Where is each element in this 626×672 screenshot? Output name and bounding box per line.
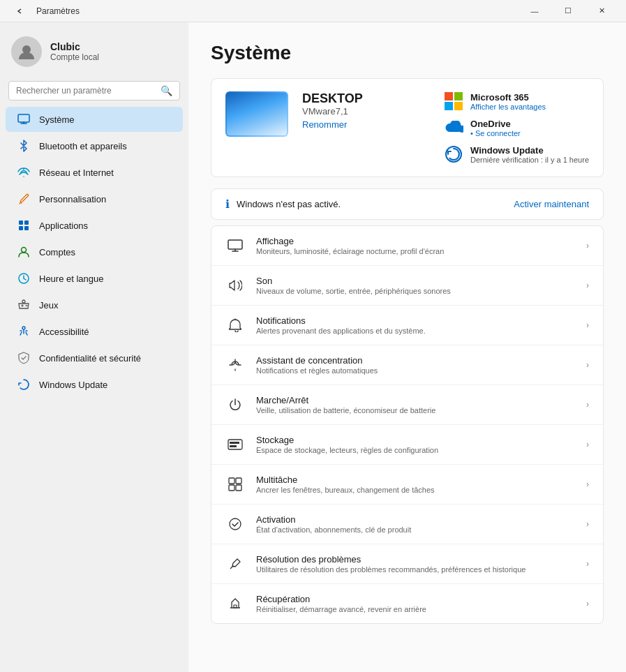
chevron-right-icon: › (586, 281, 589, 290)
settings-list: Affichage Moniteurs, luminosité, éclaira… (211, 225, 604, 624)
chevron-right-icon: › (586, 320, 589, 330)
svg-point-6 (22, 248, 27, 253)
sidebar-label-perso: Personnalisation (39, 194, 106, 204)
svg-rect-22 (236, 485, 241, 491)
settings-item-stockage[interactable]: Stockage Espace de stockage, lecteurs, r… (211, 425, 603, 465)
bluetooth-icon (17, 139, 31, 153)
onedrive-action[interactable]: • Se connecter (470, 129, 521, 137)
search-input[interactable] (16, 86, 155, 96)
notifications-text: Notifications Alertes provenant des appl… (256, 315, 575, 335)
sidebar-item-apps[interactable]: Applications (6, 213, 183, 238)
close-button[interactable]: ✕ (586, 0, 618, 22)
svg-point-23 (230, 518, 241, 530)
ms365-title: Microsoft 365 (470, 92, 546, 103)
chevron-right-icon: › (586, 241, 589, 251)
sidebar-item-jeux[interactable]: Jeux (6, 292, 183, 318)
svg-rect-4 (19, 226, 23, 230)
device-thumbnail (225, 91, 288, 137)
stockage-title: Stockage (256, 435, 575, 445)
settings-item-marche-arret[interactable]: Marche/Arrêt Veille, utilisation de batt… (211, 385, 603, 425)
svg-rect-10 (445, 92, 453, 100)
back-button[interactable] (8, 0, 31, 22)
activation-link[interactable]: Activer maintenant (514, 199, 589, 209)
sidebar-item-systeme[interactable]: Système (6, 107, 183, 132)
sidebar-item-perso[interactable]: Personnalisation (6, 186, 183, 211)
svg-rect-17 (230, 442, 239, 444)
ms365-action[interactable]: Afficher les avantages (470, 103, 546, 111)
sidebar-label-apps: Applications (39, 221, 88, 231)
main-panel: Système DESKTOP VMware7,1 Renommer (188, 22, 626, 672)
sidebar-item-update[interactable]: Windows Update (6, 372, 183, 397)
chevron-right-icon: › (586, 599, 589, 608)
activation-text: Windows n'est pas activé. (237, 199, 507, 209)
settings-item-multitache[interactable]: Multitâche Ancrer les fenêtres, bureaux,… (211, 465, 603, 505)
brush-icon (17, 192, 31, 206)
settings-item-activation[interactable]: Activation État d'activation, abonnement… (211, 505, 603, 544)
settings-item-concentration[interactable]: Assistant de concentration Notifications… (211, 345, 603, 385)
device-vm: VMware7,1 (302, 106, 430, 117)
sidebar-label-heure: Heure et langue (39, 274, 104, 284)
svg-point-8 (22, 300, 25, 303)
network-icon (17, 165, 31, 179)
svg-rect-18 (230, 445, 237, 447)
stockage-text: Stockage Espace de stockage, lecteurs, r… (256, 435, 575, 454)
activation-text-item: Activation État d'activation, abonnement… (256, 514, 575, 534)
settings-item-son[interactable]: Son Niveaux de volume, sortie, entrée, p… (211, 266, 603, 306)
concentration-text: Assistant de concentration Notifications… (256, 355, 575, 375)
sidebar-item-bluetooth[interactable]: Bluetooth et appareils (6, 133, 183, 158)
sidebar-item-comptes[interactable]: Comptes (6, 239, 183, 264)
search-box[interactable]: 🔍 (8, 81, 180, 100)
app-container: Clubic Compte local 🔍 Système (0, 22, 626, 672)
update-icon (17, 378, 31, 391)
power-icon (225, 395, 245, 415)
systeme-icon (17, 112, 31, 126)
chevron-right-icon: › (586, 559, 589, 569)
settings-item-recuperation[interactable]: Récupération Réinitialiser, démarrage av… (211, 584, 603, 623)
recuperation-icon (225, 594, 245, 613)
sidebar-label-comptes: Comptes (39, 247, 75, 257)
multitache-text: Multitâche Ancrer les fenêtres, bureaux,… (256, 475, 575, 494)
notifications-icon (225, 315, 245, 335)
concentration-icon (225, 355, 245, 375)
shield-icon (17, 351, 31, 365)
chevron-right-icon: › (586, 440, 589, 449)
affichage-desc: Moniteurs, luminosité, éclairage nocturn… (256, 247, 575, 255)
sidebar-label-access: Accessibilité (39, 327, 89, 337)
apps-icon (17, 218, 31, 232)
winupdate-title: Windows Update (470, 145, 589, 156)
avatar (11, 36, 42, 67)
sidebar-item-access[interactable]: Accessibilité (6, 319, 183, 344)
activation-icon (225, 514, 245, 534)
page-title: Système (211, 42, 604, 64)
onedrive-text: OneDrive • Se connecter (470, 119, 521, 137)
svg-rect-16 (228, 440, 242, 449)
search-icon: 🔍 (161, 85, 172, 96)
svg-rect-1 (18, 114, 29, 122)
concentration-desc: Notifications et règles automatiques (256, 366, 575, 375)
clock-icon (17, 271, 31, 285)
notifications-title: Notifications (256, 315, 575, 326)
service-onedrive: OneDrive • Se connecter (444, 118, 589, 137)
sidebar-label-bluetooth: Bluetooth et appareils (39, 141, 127, 151)
recuperation-desc: Réinitialiser, démarrage avancé, revenir… (256, 605, 575, 613)
sidebar-item-reseau[interactable]: Réseau et Internet (6, 160, 183, 185)
user-info: Clubic Compte local (50, 41, 99, 62)
settings-item-notifications[interactable]: Notifications Alertes provenant des appl… (211, 306, 603, 345)
son-title: Son (256, 276, 575, 286)
titlebar-left: Paramètres (8, 0, 80, 22)
device-rename-link[interactable]: Renommer (302, 119, 430, 130)
son-desc: Niveaux de volume, sortie, entrée, périp… (256, 287, 575, 295)
sidebar-label-systeme: Système (39, 114, 75, 125)
sidebar-item-heure[interactable]: Heure et langue (6, 266, 183, 291)
svg-point-9 (22, 327, 25, 329)
chevron-right-icon: › (586, 400, 589, 410)
maximize-button[interactable]: ☐ (552, 0, 584, 22)
recuperation-text: Récupération Réinitialiser, démarrage av… (256, 594, 575, 613)
activation-desc: État d'activation, abonnements, clé de p… (256, 525, 575, 534)
sidebar-item-priv[interactable]: Confidentialité et sécurité (6, 345, 183, 371)
affichage-title: Affichage (256, 236, 575, 246)
settings-item-resolution[interactable]: Résolution des problèmes Utilitaires de … (211, 544, 603, 584)
minimize-button[interactable]: — (519, 0, 551, 22)
settings-item-affichage[interactable]: Affichage Moniteurs, luminosité, éclaira… (211, 226, 603, 266)
user-profile[interactable]: Clubic Compte local (0, 31, 188, 78)
